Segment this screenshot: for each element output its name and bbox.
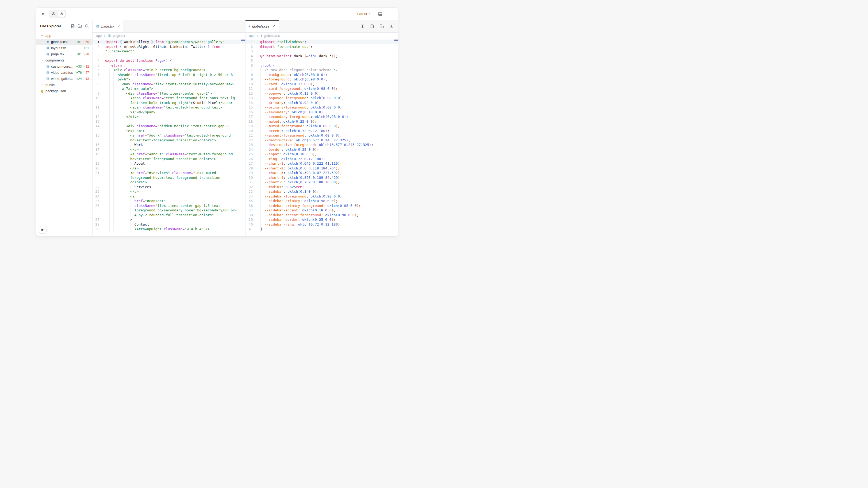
code-text: <ArrowUpRight className="w-4 h-4" /> [105, 227, 245, 231]
collapse-left-button[interactable] [39, 226, 46, 234]
tree-item-label: package.json [45, 89, 66, 93]
close-tab-button[interactable] [272, 25, 275, 28]
code-text: --card-foreground: oklch(0.98 0 0); [260, 86, 398, 91]
tab-page-tsx[interactable]: page.tsx [93, 20, 124, 32]
panel-bottom-button[interactable] [377, 11, 383, 17]
code-editor-globals-css[interactable]: 1@import "tailwindcss";2@import "tw-anim… [246, 39, 398, 236]
download-button[interactable] [389, 24, 394, 29]
code-text: <div className="flex items-center gap-2"… [105, 91, 245, 96]
code-editor-page-tsx[interactable]: 1import { WorksGallery } from "@/compone… [93, 39, 245, 236]
version-dropdown[interactable]: Latest [355, 11, 373, 16]
tree-item-app[interactable]: app [36, 33, 92, 39]
code-line: 40--sidebar-ring: oklch(0.72 0.12 180); [246, 222, 398, 227]
line-number: 22 [93, 185, 102, 190]
react-icon [96, 24, 99, 28]
code-text: href="#contact" [105, 199, 245, 203]
file-tree: app#globals.css+51 / -50layout.tsx+51pag… [36, 32, 92, 94]
view-toggle [49, 10, 66, 18]
code-text: --card: oklch(0.12 0 0); [260, 82, 398, 87]
tree-item-package.json[interactable]: {}package.json [36, 88, 92, 94]
react-icon [46, 65, 50, 68]
code-line: 5 [246, 58, 398, 63]
chevron-down-icon [40, 59, 44, 62]
code-line: 3 [246, 49, 398, 54]
code-text: --sidebar-primary: oklch(0.98 0 0); [260, 199, 398, 203]
chevron-down-icon [369, 12, 372, 15]
code-line: 8--background: oklch(0.08 0 0); [246, 72, 398, 77]
css-hash-icon: # [261, 34, 262, 37]
line-number: 5 [93, 63, 102, 68]
react-icon [46, 71, 50, 74]
line-number: 26 [93, 203, 102, 218]
tree-item-custom-curs-[interactable]: custom-curs…+33 / -12 [36, 63, 92, 69]
search-files-button[interactable] [85, 24, 89, 28]
tree-item-public[interactable]: public [36, 82, 92, 88]
code-toggle-button[interactable] [58, 11, 65, 17]
code-line: 5return ( [93, 63, 245, 68]
code-line: 11<span className="text-muted-foreground… [93, 105, 245, 115]
scrollbar-thumb[interactable] [241, 39, 245, 41]
more-options-button[interactable] [387, 11, 393, 17]
split-panel-button[interactable] [360, 24, 365, 29]
tree-item-page.tsx[interactable]: page.tsx+81 / -28 [36, 51, 92, 57]
code-line: 1@import "tailwindcss"; [246, 39, 398, 44]
copy-button[interactable] [379, 24, 384, 29]
line-number: 27 [93, 217, 102, 222]
line-number: 32 [246, 185, 255, 190]
chevron-right-icon [41, 84, 43, 86]
breadcrumb-folder[interactable]: app [249, 34, 254, 38]
line-number: 29 [93, 227, 102, 231]
line-number: 19 [246, 124, 255, 129]
tree-item-label: custom-curs… [51, 64, 73, 68]
line-number: 13 [246, 96, 255, 100]
line-number: 2 [93, 44, 102, 54]
code-text [105, 119, 245, 124]
react-icon [46, 46, 50, 50]
tree-item-components[interactable]: components [36, 57, 92, 63]
code-text: --muted: oklch(0.25 0 0); [260, 119, 398, 124]
line-number: 20 [246, 129, 255, 133]
react-icon [46, 65, 50, 68]
code-line: 38--sidebar-accent-foreground: oklch(0.9… [246, 213, 398, 218]
diff-stats: +51 [82, 46, 89, 50]
code-text: <span className="text-muted-foreground t… [105, 105, 245, 115]
panel-bottom-icon [378, 12, 382, 16]
code-text: --sidebar-border: oklch(0.25 0 0); [260, 217, 398, 222]
code-text: --sidebar-primary-foreground: oklch(0.08… [260, 203, 398, 208]
editor-actions [360, 20, 398, 32]
tree-item-label: app [45, 34, 51, 38]
new-folder-button[interactable] [78, 24, 82, 28]
tree-item-globals.css[interactable]: #globals.css+51 / -50 [36, 39, 92, 45]
tab-bar-right: # globals.css [246, 20, 398, 33]
code-line: 41} [246, 227, 398, 231]
line-number: 1 [246, 39, 255, 44]
collapse-panel-button[interactable] [40, 11, 46, 17]
tree-item-label: works-galler… [51, 77, 73, 81]
code-line: 39--sidebar-border: oklch(0.25 0 0); [246, 217, 398, 222]
tab-globals-css[interactable]: # globals.css [246, 20, 279, 32]
tree-item-layout.tsx[interactable]: layout.tsx+51 [36, 45, 92, 51]
code-text: @custom-variant dark (&:is(.dark *)); [260, 54, 398, 59]
file-diff-button[interactable] [369, 24, 375, 29]
tree-item-works-galler-[interactable]: works-galler…+24 / -13 [36, 76, 92, 82]
code-line: 31--chart-5: oklch(0.769 0.188 70.08); [246, 180, 398, 185]
code-text: --sidebar: oklch(0.1 0 0); [260, 189, 398, 194]
css-hash-icon: # [249, 24, 251, 28]
code-text: } [260, 227, 398, 231]
line-number: 37 [246, 208, 255, 213]
code-text: </a> [105, 189, 245, 194]
breadcrumb-file: globals.css [264, 34, 280, 38]
code-icon [59, 12, 63, 16]
code-text: --chart-1: oklch(0.646 0.222 41.116); [260, 161, 398, 166]
tree-item-video-card.tsx[interactable]: video-card.tsx+76 / -27 [36, 69, 92, 76]
code-text: :root { [260, 63, 398, 68]
code-line: 25href="#contact" [93, 199, 245, 203]
line-number: 15 [246, 105, 255, 110]
line-number: 2 [246, 44, 255, 49]
close-icon [117, 25, 120, 28]
breadcrumb-folder[interactable]: app [96, 34, 102, 38]
close-tab-button[interactable] [117, 25, 120, 28]
scrollbar-thumb[interactable] [394, 39, 398, 41]
preview-toggle-button[interactable] [50, 11, 57, 17]
new-file-button[interactable] [71, 24, 75, 28]
